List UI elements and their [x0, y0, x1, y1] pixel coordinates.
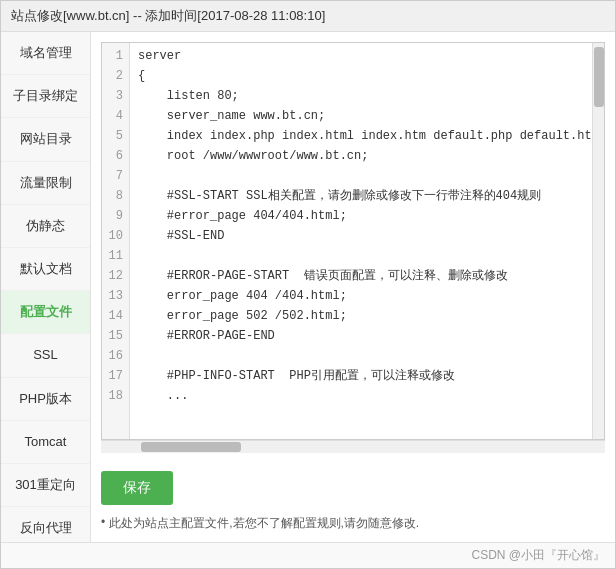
sidebar-item-subdir[interactable]: 子目录绑定 [1, 75, 90, 118]
footer: CSDN @小田『开心馆』 [1, 542, 615, 568]
code-line-5: index index.php index.html index.htm def… [138, 127, 584, 147]
code-line-18: ... [138, 387, 584, 407]
sidebar-item-redirect301[interactable]: 301重定向 [1, 464, 90, 507]
title-bar: 站点修改[www.bt.cn] -- 添加时间[2017-08-28 11:08… [1, 1, 615, 32]
sidebar-item-config[interactable]: 配置文件 [1, 291, 90, 334]
code-line-10: #SSL-END [138, 227, 584, 247]
code-line-12: #ERROR-PAGE-START 错误页面配置，可以注释、删除或修改 [138, 267, 584, 287]
scrollbar-thumb-vertical[interactable] [594, 47, 604, 107]
line-number-17: 17 [108, 367, 123, 387]
footer-text: CSDN @小田『开心馆』 [471, 548, 605, 562]
line-number-6: 6 [108, 147, 123, 167]
line-number-5: 5 [108, 127, 123, 147]
line-number-8: 8 [108, 187, 123, 207]
save-button[interactable]: 保存 [101, 471, 173, 505]
main-window: 站点修改[www.bt.cn] -- 添加时间[2017-08-28 11:08… [0, 0, 616, 569]
code-line-6: root /www/wwwroot/www.bt.cn; [138, 147, 584, 167]
hint-bullet: • [101, 515, 105, 529]
hint-text: 此处为站点主配置文件,若您不了解配置规则,请勿随意修改. [109, 515, 419, 532]
line-number-1: 1 [108, 47, 123, 67]
sidebar-item-pseudo[interactable]: 伪静态 [1, 205, 90, 248]
line-number-3: 3 [108, 87, 123, 107]
code-editor[interactable]: 123456789101112131415161718 server{ list… [101, 42, 605, 440]
code-line-4: server_name www.bt.cn; [138, 107, 584, 127]
code-line-1: server [138, 47, 584, 67]
code-line-15: #ERROR-PAGE-END [138, 327, 584, 347]
line-number-16: 16 [108, 347, 123, 367]
line-number-10: 10 [108, 227, 123, 247]
line-number-12: 12 [108, 267, 123, 287]
sidebar: 域名管理子目录绑定网站目录流量限制伪静态默认文档配置文件SSLPHP版本Tomc… [1, 32, 91, 542]
sidebar-item-reverse_proxy[interactable]: 反向代理 [1, 507, 90, 542]
line-number-9: 9 [108, 207, 123, 227]
scrollbar-thumb-horizontal[interactable] [141, 442, 241, 452]
line-numbers: 123456789101112131415161718 [102, 43, 130, 439]
code-line-11 [138, 247, 584, 267]
code-line-16 [138, 347, 584, 367]
sidebar-item-webdir[interactable]: 网站目录 [1, 118, 90, 161]
line-number-7: 7 [108, 167, 123, 187]
line-number-11: 11 [108, 247, 123, 267]
code-line-9: #error_page 404/404.html; [138, 207, 584, 227]
sidebar-item-traffic[interactable]: 流量限制 [1, 162, 90, 205]
code-text[interactable]: server{ listen 80; server_name www.bt.cn… [130, 43, 592, 439]
horizontal-scrollbar[interactable] [101, 441, 605, 453]
code-line-7 [138, 167, 584, 187]
sidebar-item-ssl[interactable]: SSL [1, 334, 90, 377]
code-line-17: #PHP-INFO-START PHP引用配置，可以注释或修改 [138, 367, 584, 387]
sidebar-item-domain[interactable]: 域名管理 [1, 32, 90, 75]
line-number-13: 13 [108, 287, 123, 307]
sidebar-item-default_doc[interactable]: 默认文档 [1, 248, 90, 291]
code-line-8: #SSL-START SSL相关配置，请勿删除或修改下一行带注释的404规则 [138, 187, 584, 207]
code-line-14: error_page 502 /502.html; [138, 307, 584, 327]
line-number-14: 14 [108, 307, 123, 327]
content-area: 123456789101112131415161718 server{ list… [91, 32, 615, 542]
vertical-scrollbar[interactable] [592, 43, 604, 439]
code-line-3: listen 80; [138, 87, 584, 107]
line-number-4: 4 [108, 107, 123, 127]
line-number-15: 15 [108, 327, 123, 347]
code-line-2: { [138, 67, 584, 87]
code-line-13: error_page 404 /404.html; [138, 287, 584, 307]
main-content: 域名管理子目录绑定网站目录流量限制伪静态默认文档配置文件SSLPHP版本Tomc… [1, 32, 615, 542]
sidebar-item-tomcat[interactable]: Tomcat [1, 421, 90, 464]
line-number-2: 2 [108, 67, 123, 87]
line-number-18: 18 [108, 387, 123, 407]
sidebar-item-php_ver[interactable]: PHP版本 [1, 378, 90, 421]
title-text: 站点修改[www.bt.cn] -- 添加时间[2017-08-28 11:08… [11, 7, 325, 25]
hint-area: • 此处为站点主配置文件,若您不了解配置规则,请勿随意修改. [101, 515, 605, 532]
save-area: 保存 [101, 461, 605, 505]
horizontal-scrollbar-wrapper [101, 440, 605, 453]
